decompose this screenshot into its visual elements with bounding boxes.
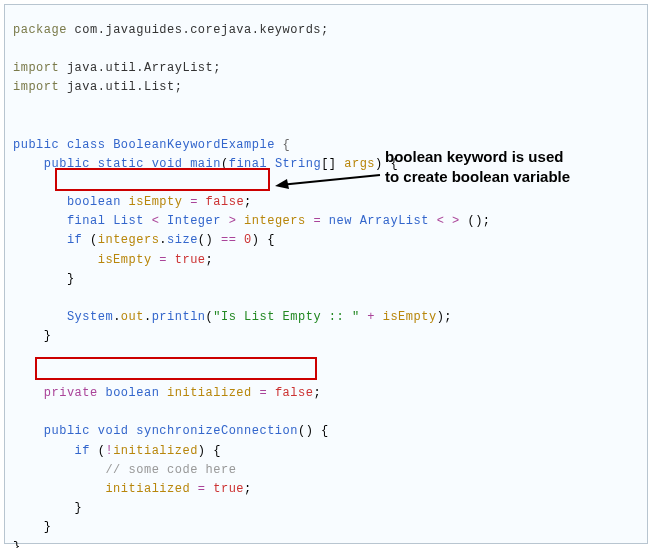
code-line-11: if (integers.size() == 0) { [13, 231, 639, 250]
code-line-24: } [13, 499, 639, 518]
blank-line [13, 346, 639, 365]
code-container: package com.javaguides.corejava.keywords… [4, 4, 648, 544]
code-line-16: } [13, 327, 639, 346]
code-line-23: initialized = true; [13, 480, 639, 499]
blank-line [13, 365, 639, 384]
code-line-15: System.out.println("Is List Empty :: " +… [13, 308, 639, 327]
blank-line [13, 40, 639, 59]
code-line-18: private boolean initialized = false; [13, 384, 639, 403]
code-line-21: if (!initialized) { [13, 442, 639, 461]
code-line-4: import java.util.List; [13, 78, 639, 97]
code-line-10: final List < Integer > integers = new Ar… [13, 212, 639, 231]
blank-line [13, 289, 639, 308]
annotation-arrow [275, 170, 385, 190]
code-line-26: } [13, 538, 639, 548]
code-line-1: package com.javaguides.corejava.keywords… [13, 21, 639, 40]
blank-line [13, 98, 639, 117]
annotation-line-1: boolean keyword is used [385, 147, 570, 167]
code-line-22: // some code here [13, 461, 639, 480]
code-line-12: isEmpty = true; [13, 251, 639, 270]
code-line-13: } [13, 270, 639, 289]
annotation-line-2: to create boolean variable [385, 167, 570, 187]
code-line-20: public void synchronizeConnection() { [13, 422, 639, 441]
blank-line [13, 403, 639, 422]
code-line-9: boolean isEmpty = false; [13, 193, 639, 212]
blank-line [13, 117, 639, 136]
svg-marker-1 [275, 179, 289, 189]
code-line-25: } [13, 518, 639, 537]
svg-line-0 [280, 175, 380, 185]
annotation-text: boolean keyword is used to create boolea… [385, 147, 570, 186]
code-line-3: import java.util.ArrayList; [13, 59, 639, 78]
